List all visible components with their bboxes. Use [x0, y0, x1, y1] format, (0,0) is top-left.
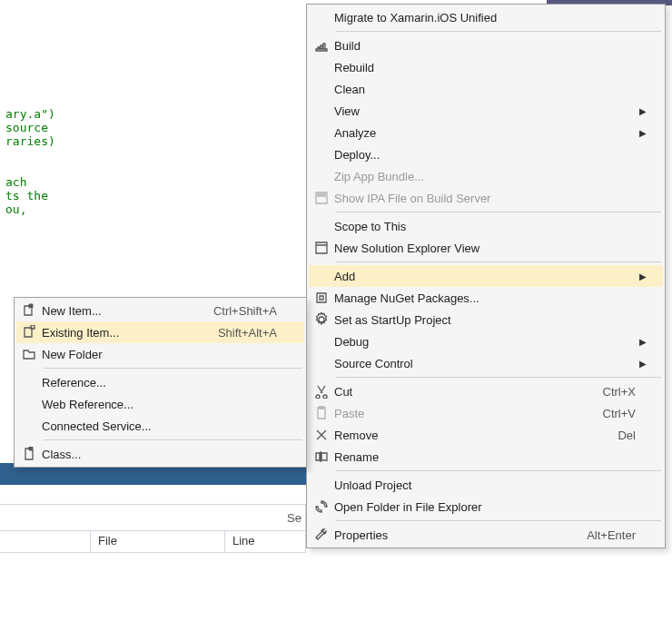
wrench-icon	[309, 528, 334, 542]
menu-separator	[44, 368, 302, 369]
main-menu-item-deploy[interactable]: Deploy...	[309, 143, 663, 165]
main-menu-item-properties[interactable]: PropertiesAlt+Enter	[309, 524, 663, 546]
grid-header: File Line	[0, 531, 306, 553]
add-menu-item-connected-service[interactable]: Connected Service...	[16, 415, 304, 437]
main-menu-item-build[interactable]: Build	[309, 35, 663, 56]
menu-shortcut: Shift+Alt+A	[218, 326, 277, 340]
add-menu-item-existing-item[interactable]: Existing Item...Shift+Alt+A	[16, 321, 304, 343]
paste-icon	[309, 406, 334, 420]
menu-label: Build	[334, 39, 636, 53]
new-item-icon	[16, 303, 42, 318]
remove-icon	[309, 428, 334, 442]
menu-label: Set as StartUp Project	[334, 313, 636, 327]
add-menu-item-class[interactable]: Class...	[16, 443, 304, 465]
menu-label: Class...	[42, 448, 277, 461]
menu-shortcut: Alt+Enter	[581, 528, 636, 542]
main-menu-item-rebuild[interactable]: Rebuild	[309, 56, 663, 78]
menu-separator	[336, 212, 661, 212]
submenu-arrow-icon: ▶	[636, 271, 647, 281]
menu-shortcut: Ctrl+X	[581, 385, 636, 399]
menu-label: Zip App Bundle...	[334, 170, 636, 183]
menu-label: Debug	[334, 335, 636, 349]
add-menu-item-new-item[interactable]: New Item...Ctrl+Shift+A	[16, 300, 304, 321]
window-icon	[309, 241, 334, 255]
rename-icon	[309, 449, 334, 464]
search-bar[interactable]: Se	[0, 504, 306, 531]
main-menu-item-paste: PasteCtrl+V	[309, 402, 663, 424]
menu-separator	[336, 377, 661, 378]
main-menu-item-show-ipa-file-on-build-server: Show IPA File on Build Server	[309, 187, 663, 209]
menu-shortcut: Del	[581, 429, 636, 442]
add-menu-item-new-folder[interactable]: New Folder	[16, 343, 304, 365]
submenu-arrow-icon: ▶	[636, 359, 647, 369]
main-menu-item-analyze[interactable]: Analyze▶	[309, 122, 663, 143]
existing-item-icon	[16, 325, 42, 340]
main-menu-item-unload-project[interactable]: Unload Project	[309, 474, 663, 496]
menu-label: Connected Service...	[42, 419, 277, 433]
nuget-icon	[309, 291, 334, 305]
submenu-arrow-icon: ▶	[636, 106, 647, 116]
main-menu-item-zip-app-bundle: Zip App Bundle...	[309, 165, 663, 187]
menu-label: New Item...	[42, 304, 213, 318]
main-menu-item-debug[interactable]: Debug▶	[309, 330, 663, 352]
menu-label: Migrate to Xamarin.iOS Unified	[334, 11, 636, 25]
menu-label: Remove	[334, 429, 581, 442]
main-menu-item-clean[interactable]: Clean	[309, 78, 663, 100]
menu-label: Rebuild	[334, 61, 636, 74]
menu-label: Deploy...	[334, 148, 636, 162]
cut-icon	[309, 384, 334, 399]
menu-label: Manage NuGet Packages...	[334, 291, 636, 305]
main-menu-item-cut[interactable]: CutCtrl+X	[309, 380, 663, 402]
main-menu-item-source-control[interactable]: Source Control▶	[309, 352, 663, 374]
menu-separator	[336, 31, 661, 32]
menu-label: Reference...	[42, 376, 277, 390]
menu-label: Show IPA File on Build Server	[334, 192, 636, 205]
menu-separator	[336, 261, 661, 262]
ipa-icon	[309, 191, 334, 205]
menu-label: Existing Item...	[42, 326, 218, 340]
main-menu-item-set-as-startup-project[interactable]: Set as StartUp Project	[309, 309, 663, 330]
grid-col-file[interactable]: File	[91, 531, 225, 552]
context-menu-add: New Item...Ctrl+Shift+AExisting Item...S…	[14, 297, 307, 468]
menu-label: Cut	[334, 385, 581, 399]
menu-label: New Solution Explorer View	[334, 242, 636, 255]
main-menu-item-new-solution-explorer-view[interactable]: New Solution Explorer View	[309, 237, 663, 259]
menu-label: Clean	[334, 83, 636, 96]
open-folder-icon	[309, 499, 334, 514]
main-menu-item-remove[interactable]: RemoveDel	[309, 424, 663, 446]
code-text: ary.a") source raries) ach ts the ou,	[5, 107, 55, 216]
main-menu-item-rename[interactable]: Rename	[309, 446, 663, 468]
menu-label: Paste	[334, 407, 581, 420]
menu-label: Add	[334, 270, 636, 283]
main-menu-item-migrate-to-xamarin-ios-unified[interactable]: Migrate to Xamarin.iOS Unified	[309, 6, 663, 28]
gear-icon	[309, 312, 334, 327]
main-menu-item-scope-to-this[interactable]: Scope to This	[309, 215, 663, 237]
menu-separator	[336, 470, 661, 471]
menu-label: Rename	[334, 450, 636, 464]
class-icon	[16, 447, 42, 461]
menu-label: View	[334, 104, 636, 118]
submenu-arrow-icon: ▶	[636, 337, 647, 347]
submenu-arrow-icon: ▶	[636, 128, 647, 138]
build-icon	[309, 38, 334, 53]
menu-label: Properties	[334, 528, 581, 542]
add-menu-item-reference[interactable]: Reference...	[16, 371, 304, 393]
main-menu-item-add[interactable]: Add▶	[309, 265, 663, 287]
menu-label: Source Control	[334, 357, 636, 370]
main-menu-item-open-folder-in-file-explorer[interactable]: Open Folder in File Explorer	[309, 496, 663, 518]
menu-label: Analyze	[334, 126, 636, 140]
grid-col-line[interactable]: Line	[225, 531, 305, 552]
context-menu-main: Migrate to Xamarin.iOS UnifiedBuildRebui…	[306, 4, 666, 548]
menu-label: Web Reference...	[42, 398, 277, 411]
add-menu-item-web-reference[interactable]: Web Reference...	[16, 393, 304, 415]
main-menu-item-manage-nuget-packages[interactable]: Manage NuGet Packages...	[309, 287, 663, 309]
menu-label: Scope to This	[334, 220, 636, 233]
menu-shortcut: Ctrl+V	[581, 407, 636, 420]
new-folder-icon	[16, 347, 42, 361]
menu-label: Open Folder in File Explorer	[334, 500, 636, 514]
grid-col-blank[interactable]	[0, 531, 91, 552]
main-menu-item-view[interactable]: View▶	[309, 100, 663, 122]
search-placeholder: Se	[287, 511, 301, 525]
menu-label: Unload Project	[334, 478, 636, 492]
menu-separator	[44, 439, 302, 440]
